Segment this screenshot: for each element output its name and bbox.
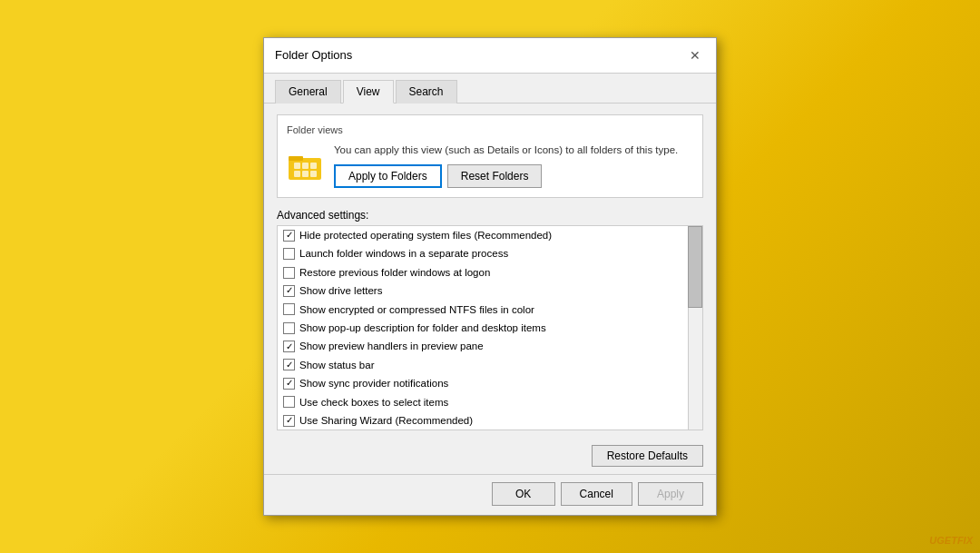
- checkbox-label-0: Hide protected operating system files (R…: [299, 227, 552, 243]
- list-item[interactable]: Restore previous folder windows at logon: [278, 263, 702, 281]
- checkbox-6[interactable]: [283, 341, 295, 352]
- advanced-settings-label: Advanced settings:: [277, 209, 703, 222]
- checkbox-4[interactable]: [283, 303, 295, 315]
- checkbox-label-3: Show drive letters: [299, 282, 382, 299]
- list-item[interactable]: Hide protected operating system files (R…: [278, 226, 702, 244]
- title-bar: Folder Options ✕: [264, 38, 716, 74]
- list-item[interactable]: Show pop-up description for folder and d…: [278, 319, 702, 337]
- apply-button[interactable]: Apply: [638, 482, 703, 506]
- advanced-settings-list[interactable]: Hide protected operating system files (R…: [277, 225, 703, 430]
- svg-rect-3: [302, 163, 309, 169]
- checkbox-8[interactable]: [283, 378, 295, 390]
- list-item[interactable]: Show sync provider notifications: [278, 374, 702, 392]
- folder-views-right: You can apply this view (such as Details…: [334, 143, 693, 188]
- folder-views-buttons: Apply to Folders Reset Folders: [334, 164, 693, 188]
- checkbox-label-4: Show encrypted or compressed NTFS files …: [299, 301, 534, 318]
- checkbox-label-1: Launch folder windows in a separate proc…: [299, 245, 508, 262]
- checkbox-10[interactable]: [283, 415, 295, 427]
- checkbox-7[interactable]: [283, 359, 295, 370]
- list-item[interactable]: Use check boxes to select items: [278, 393, 702, 411]
- tabs-bar: General View Search: [264, 74, 716, 104]
- folder-views-title: Folder views: [287, 124, 693, 135]
- svg-rect-2: [294, 163, 300, 169]
- tab-general[interactable]: General: [275, 80, 341, 104]
- checkbox-1[interactable]: [283, 248, 295, 260]
- checkbox-2[interactable]: [283, 267, 295, 279]
- svg-rect-1: [289, 156, 303, 161]
- close-button[interactable]: ✕: [685, 45, 705, 65]
- list-item[interactable]: Show drive letters: [278, 281, 702, 300]
- checkbox-label-6: Show preview handlers in preview pane: [299, 338, 484, 354]
- checkbox-label-7: Show status bar: [299, 357, 374, 373]
- checkbox-label-10: Use Sharing Wizard (Recommended): [299, 412, 473, 429]
- list-item[interactable]: Launch folder windows in a separate proc…: [278, 244, 702, 262]
- tab-view[interactable]: View: [343, 80, 394, 104]
- ok-button[interactable]: OK: [492, 482, 555, 506]
- watermark: UGETFIX: [929, 535, 973, 546]
- cancel-button[interactable]: Cancel: [561, 482, 632, 506]
- checkbox-3[interactable]: [283, 285, 295, 297]
- dialog-content: Folder views: [264, 104, 716, 441]
- checkbox-label-5: Show pop-up description for folder and d…: [299, 320, 546, 336]
- checkbox-label-9: Use check boxes to select items: [299, 394, 448, 410]
- checkbox-0[interactable]: [283, 230, 295, 242]
- checkbox-label-8: Show sync provider notifications: [299, 375, 448, 391]
- scrollbar-thumb[interactable]: [688, 226, 702, 308]
- dialog-title: Folder Options: [275, 48, 352, 62]
- dialog-footer: OK Cancel Apply: [264, 474, 716, 515]
- folder-header-item: When typing into list view: [278, 430, 702, 430]
- apply-to-folders-button[interactable]: Apply to Folders: [334, 164, 442, 188]
- list-item[interactable]: Show preview handlers in preview pane: [278, 337, 702, 355]
- folder-options-dialog: Folder Options ✕ General View Search Fol…: [263, 37, 717, 516]
- restore-defaults-row: Restore Defaults: [264, 441, 716, 474]
- reset-folders-button[interactable]: Reset Folders: [447, 164, 543, 188]
- list-item[interactable]: Use Sharing Wizard (Recommended): [278, 411, 702, 430]
- folder-views-section: Folder views: [277, 114, 703, 198]
- list-item[interactable]: Show status bar: [278, 356, 702, 374]
- svg-rect-7: [310, 171, 317, 177]
- checkbox-label-2: Restore previous folder windows at logon: [299, 264, 490, 281]
- checkbox-9[interactable]: [283, 396, 295, 408]
- checkbox-5[interactable]: [283, 322, 295, 334]
- list-item[interactable]: Show encrypted or compressed NTFS files …: [278, 301, 702, 319]
- settings-items-container: Hide protected operating system files (R…: [278, 226, 702, 430]
- tab-search[interactable]: Search: [396, 80, 457, 104]
- svg-rect-6: [302, 171, 309, 177]
- folder-views-inner: You can apply this view (such as Details…: [287, 143, 693, 188]
- restore-defaults-button[interactable]: Restore Defaults: [592, 445, 703, 467]
- svg-rect-4: [310, 163, 317, 169]
- folder-views-description: You can apply this view (such as Details…: [334, 143, 693, 157]
- folder-icon: [287, 149, 323, 182]
- svg-rect-5: [294, 171, 300, 177]
- scrollbar-track[interactable]: [688, 226, 702, 430]
